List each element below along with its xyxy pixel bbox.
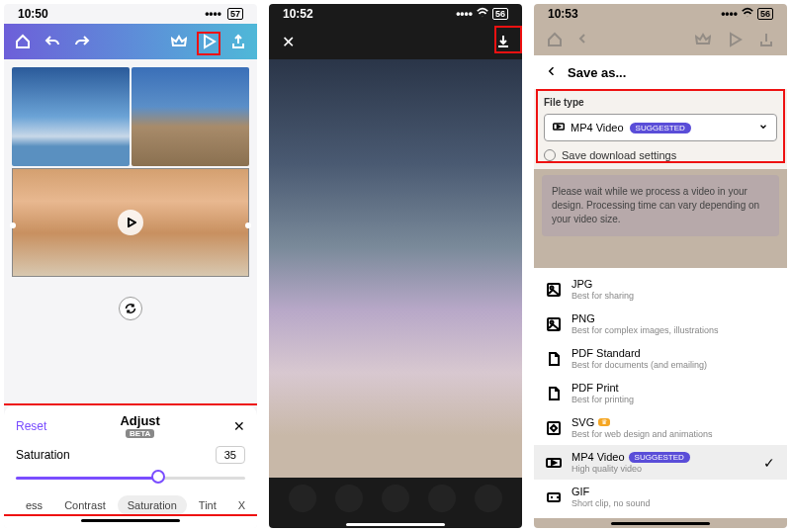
adjust-panel: Reset Adjust BETA ✕ Saturation 35 essCon… — [4, 405, 257, 528]
home-indicator[interactable] — [611, 522, 710, 525]
format-name: PNG — [571, 312, 775, 324]
highlight-adjust-panel — [4, 403, 257, 516]
format-list: JPG Best for sharingPNG Best for complex… — [534, 268, 787, 518]
highlight-play — [197, 32, 220, 55]
phone-export: 10:53 •••• 56 Save as... File type MP4 V… — [534, 4, 787, 528]
format-name: SVG ♛ — [571, 416, 775, 428]
format-icon — [546, 282, 562, 298]
crown-icon[interactable] — [694, 31, 712, 48]
close-icon[interactable]: ✕ — [279, 33, 297, 50]
format-name: PDF Standard — [571, 347, 775, 359]
format-icon — [546, 351, 562, 367]
wifi-icon — [741, 6, 754, 23]
signal-icon: •••• — [721, 7, 738, 21]
status-bar: 10:53 •••• 56 — [534, 4, 787, 24]
format-row-jpg[interactable]: JPG Best for sharing — [534, 272, 787, 307]
video-play-icon[interactable] — [118, 210, 143, 235]
format-desc: Best for sharing — [571, 291, 775, 301]
highlight-download — [494, 26, 522, 53]
canvas-image-2[interactable] — [132, 67, 249, 166]
preview-toolbar — [269, 478, 522, 519]
export-header — [534, 24, 787, 55]
signal-icon: •••• — [205, 7, 221, 21]
format-name: PDF Print — [571, 382, 775, 394]
battery-icon: 56 — [757, 8, 773, 20]
signal-icon: •••• — [456, 7, 473, 21]
status-icons: •••• 57 — [205, 7, 243, 21]
home-icon[interactable] — [14, 33, 32, 50]
phone-preview: 10:52 •••• 56 ✕ — [269, 4, 522, 528]
battery-icon: 57 — [227, 8, 243, 20]
redo-icon[interactable] — [73, 33, 91, 50]
battery-icon: 56 — [492, 8, 508, 20]
clock: 10:52 — [283, 7, 313, 21]
status-bar: 10:52 •••• 56 — [269, 4, 522, 24]
format-desc: High quality video — [571, 464, 753, 474]
format-row-gif[interactable]: GIF Short clip, no sound — [534, 480, 787, 514]
undo-icon[interactable] — [577, 31, 595, 48]
play-icon[interactable] — [726, 31, 744, 48]
toolbar-icon-2[interactable] — [335, 485, 363, 512]
format-name: JPG — [571, 278, 775, 290]
share-icon[interactable] — [229, 33, 247, 50]
share-icon[interactable] — [757, 31, 775, 48]
format-row-svg[interactable]: SVG ♛Best for web design and animations — [534, 410, 787, 445]
format-row-pdf-print[interactable]: PDF Print Best for printing — [534, 376, 787, 410]
format-desc: Best for printing — [571, 395, 775, 404]
format-desc: Short clip, no sound — [571, 498, 775, 508]
back-icon[interactable] — [546, 65, 558, 80]
highlight-filetype — [536, 89, 785, 163]
format-icon — [546, 455, 562, 471]
format-icon — [546, 386, 562, 401]
home-indicator[interactable] — [346, 523, 445, 526]
clock: 10:53 — [548, 7, 578, 21]
format-name: GIF — [571, 486, 775, 497]
format-name: MP4 Video SUGGESTED — [571, 451, 753, 463]
status-bar: 10:50 •••• 57 — [4, 4, 257, 24]
crown-badge: ♛ — [598, 418, 610, 426]
canvas[interactable] — [4, 59, 257, 285]
canvas-video[interactable] — [12, 168, 249, 277]
preview-canvas[interactable] — [269, 59, 522, 478]
status-icons: •••• 56 — [456, 6, 508, 23]
suggested-badge: SUGGESTED — [629, 452, 690, 463]
toolbar-icon-3[interactable] — [382, 485, 409, 512]
format-desc: Best for complex images, illustrations — [571, 325, 775, 335]
format-desc: Best for web design and animations — [571, 429, 775, 439]
clock: 10:50 — [18, 7, 48, 21]
canvas-image-1[interactable] — [12, 67, 130, 166]
format-icon — [546, 420, 562, 436]
check-icon: ✓ — [763, 455, 775, 471]
phone-editor: 10:50 •••• 57 Reset Adjust BET — [4, 4, 257, 528]
processing-notice: Please wait while we process a video in … — [542, 175, 779, 236]
status-icons: •••• 56 — [721, 6, 773, 23]
saturation-slider[interactable] — [16, 468, 245, 486]
sync-button[interactable] — [119, 297, 142, 320]
crown-icon[interactable] — [170, 33, 188, 50]
preview-header: ✕ — [269, 24, 522, 59]
format-row-png[interactable]: PNG Best for complex images, illustratio… — [534, 307, 787, 341]
home-icon[interactable] — [546, 31, 564, 48]
home-indicator[interactable] — [81, 519, 180, 522]
format-row-mp4-video[interactable]: MP4 Video SUGGESTEDHigh quality video✓ — [534, 445, 787, 480]
format-row-pdf-standard[interactable]: PDF Standard Best for documents (and ema… — [534, 341, 787, 376]
format-icon — [546, 316, 562, 332]
toolbar-icon-4[interactable] — [428, 485, 456, 512]
undo-icon[interactable] — [44, 33, 61, 50]
format-desc: Best for documents (and emailing) — [571, 360, 775, 370]
saveas-title: Save as... — [568, 65, 626, 80]
format-icon — [546, 489, 562, 505]
saveas-bar: Save as... — [534, 55, 787, 89]
wifi-icon — [476, 6, 489, 23]
toolbar-icon-1[interactable] — [289, 485, 316, 512]
toolbar-icon-5[interactable] — [475, 485, 502, 512]
